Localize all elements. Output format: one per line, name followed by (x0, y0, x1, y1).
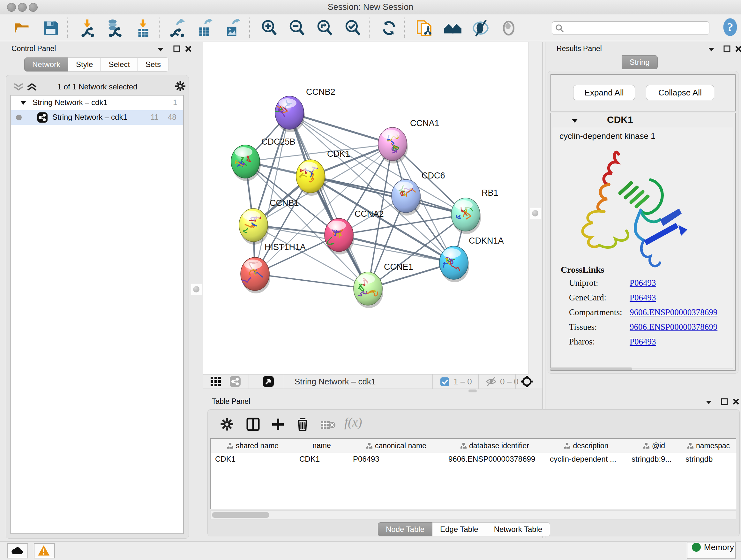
import-table-file-icon[interactable] (134, 19, 152, 37)
tab-edge-table[interactable]: Edge Table (432, 522, 486, 537)
crosshair-icon[interactable] (521, 375, 533, 388)
string-glassball-off-icon[interactable] (499, 19, 518, 37)
table-hscrollbar[interactable] (210, 510, 736, 519)
tab-sets[interactable]: Sets (138, 57, 169, 71)
node-HIST1H1A[interactable]: HIST1H1A (241, 242, 306, 294)
tab-network[interactable]: Network (24, 57, 68, 71)
zoom-fit-icon[interactable] (316, 19, 334, 37)
edge-CCNB2-CCNE1[interactable] (289, 113, 368, 289)
node-label-CDKN1A: CDKN1A (469, 236, 504, 246)
import-network-database-icon[interactable] (105, 19, 123, 37)
node-CCNB1[interactable]: CCNB1 (239, 198, 299, 245)
collapse-all-button[interactable]: Collapse All (646, 85, 714, 100)
delete-column-icon[interactable] (295, 417, 310, 432)
zoom-in-icon[interactable] (260, 19, 279, 37)
warning-button[interactable] (34, 543, 55, 558)
column-header-@id[interactable]: @id (627, 439, 681, 453)
gear-icon[interactable] (175, 80, 186, 92)
help-icon[interactable]: ? (721, 17, 740, 37)
panel-menu-icon[interactable] (704, 399, 713, 406)
network-collection-count: 1 (173, 98, 177, 107)
network-canvas[interactable]: CCNB2CCNA1CDC25BCDK1CDC6RB1CCNB1CCNA2CDK… (203, 42, 528, 374)
network-collection-row[interactable]: String Network – cdk1 1 (11, 96, 183, 110)
edge-CDK1-RB1[interactable] (311, 176, 466, 214)
panel-menu-icon[interactable] (156, 46, 165, 53)
export-network-icon[interactable] (167, 19, 186, 37)
panel-close-icon[interactable] (735, 45, 741, 53)
node-table[interactable]: shared namenamecanonical namedatabase id… (210, 438, 736, 509)
table-gear-icon[interactable] (220, 417, 234, 431)
tab-node-table[interactable]: Node Table (378, 522, 432, 537)
panel-float-icon[interactable] (721, 398, 728, 406)
column-header-database-identifier[interactable]: database identifier (444, 439, 546, 453)
table-cell[interactable]: CDK1 (295, 453, 348, 466)
column-header-namespac[interactable]: namespac (681, 439, 736, 453)
column-header-shared-name[interactable]: shared name (211, 439, 295, 453)
grid-view-icon[interactable] (210, 376, 221, 387)
crosslink-link[interactable]: 9606.ENSP00000378699 (630, 307, 718, 317)
node-CCNE1[interactable]: CCNE1 (354, 262, 413, 308)
column-header-name[interactable]: name (295, 439, 349, 453)
results-hscrollbar[interactable] (550, 368, 632, 370)
column-header-canonical-name[interactable]: canonical name (348, 439, 444, 453)
import-network-file-icon[interactable] (78, 19, 96, 37)
network-graph[interactable]: CCNB2CCNA1CDC25BCDK1CDC6RB1CCNB1CCNA2CDK… (203, 42, 528, 374)
node-CCNB2[interactable]: CCNB2 (274, 87, 335, 132)
node-CCNA1[interactable]: CCNA1 (378, 118, 440, 164)
node-RB1[interactable]: RB1 (451, 188, 498, 234)
memory-button[interactable]: Memory (687, 542, 736, 559)
crosslink-link[interactable]: P06493 (630, 278, 656, 288)
string-protein-query-icon[interactable] (415, 19, 433, 37)
tab-select[interactable]: Select (101, 57, 138, 71)
open-file-icon[interactable] (13, 19, 31, 37)
zoom-out-icon[interactable] (288, 19, 307, 37)
homology-icon[interactable] (444, 19, 462, 37)
tree-expand-icon[interactable] (20, 100, 27, 106)
panel-float-icon[interactable] (173, 45, 181, 53)
crosslink-link[interactable]: P06493 (630, 337, 656, 347)
table-cell[interactable]: P06493 (348, 453, 444, 466)
edge-HIST1H1A-CCNE1[interactable] (255, 274, 368, 289)
left-splitter[interactable] (191, 42, 202, 538)
table-cell[interactable]: CDK1 (211, 453, 295, 466)
right-splitter-knob[interactable] (530, 208, 541, 219)
table-hscrollbar-thumb[interactable] (212, 512, 269, 518)
share-view-icon[interactable] (229, 376, 241, 387)
edge-CCNB2-CCNA1[interactable] (289, 113, 393, 144)
export-image-icon[interactable] (223, 19, 242, 37)
save-session-icon[interactable] (42, 19, 60, 37)
export-table-icon[interactable] (195, 19, 214, 37)
node-CDKN1A[interactable]: CDKN1A (440, 236, 504, 282)
panel-close-icon[interactable] (732, 398, 740, 406)
panel-float-icon[interactable] (723, 45, 731, 53)
node-label-HIST1H1A: HIST1H1A (265, 242, 306, 252)
search-input[interactable] (566, 22, 704, 33)
cloud-button[interactable] (7, 543, 28, 558)
network-row-selected[interactable]: String Network – cdk1 11 48 (11, 110, 183, 125)
table-cell[interactable]: 9606.ENSP00000378699 (444, 453, 545, 466)
crosslink-link[interactable]: 9606.ENSP00000378699 (630, 322, 718, 332)
refresh-icon[interactable] (380, 19, 398, 37)
table-cell[interactable]: stringdb (681, 453, 736, 466)
search-field[interactable] (552, 21, 710, 35)
zoom-selected-icon[interactable] (344, 19, 362, 37)
tab-network-table[interactable]: Network Table (486, 522, 550, 537)
horizontal-splitter-knob[interactable] (468, 389, 477, 392)
split-columns-icon[interactable] (246, 417, 261, 432)
string-glassball-on-icon[interactable] (471, 19, 490, 37)
birds-eye-icon[interactable] (263, 376, 274, 387)
collapse-gene-icon[interactable] (570, 118, 579, 124)
panel-menu-icon[interactable] (707, 46, 716, 53)
splitter-knob[interactable] (191, 284, 202, 295)
table-cell[interactable]: stringdb:9... (627, 453, 681, 466)
column-header-description[interactable]: description (545, 439, 627, 453)
node-CDC6[interactable]: CDC6 (392, 171, 445, 215)
selected-checkbox-icon[interactable] (440, 377, 450, 387)
tab-style[interactable]: Style (68, 57, 101, 71)
add-column-icon[interactable] (270, 417, 286, 432)
canvas-scrollbar[interactable] (528, 42, 543, 388)
expand-all-button[interactable]: Expand All (573, 85, 635, 100)
crosslink-link[interactable]: P06493 (630, 293, 656, 303)
tab-string[interactable]: String (622, 55, 658, 69)
table-cell[interactable]: cyclin-dependent ... (545, 453, 627, 466)
